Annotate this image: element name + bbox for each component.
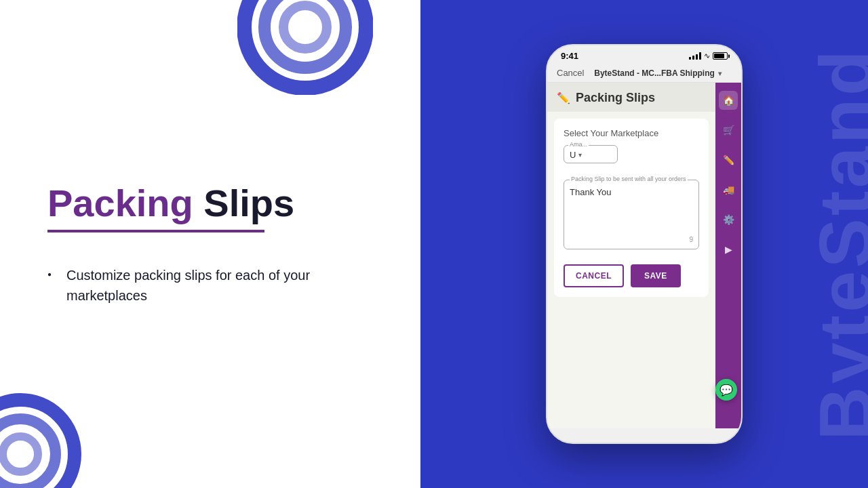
save-button[interactable]: SAVE [631,264,681,287]
page-header: ✏️ Packing Slips [547,83,715,112]
phone-nav-bar: Cancel ByteStand - MC...FBA Shipping ▾ [547,64,741,83]
phone-body: 9:41 ∿ Cancel [546,44,743,444]
char-count: 9 [570,236,693,243]
svg-point-4 [0,419,56,488]
marketplace-select[interactable]: Ama... U ▾ [564,145,618,163]
nav-title: ByteStand - MC...FBA Shipping ▾ [584,68,732,78]
title-block: Packing Slips [47,182,373,251]
svg-point-2 [283,5,327,49]
right-nav: 🏠 🛒 ✏️ 🚚 ⚙️ ▶ [715,83,741,428]
nav-play-icon[interactable]: ▶ [719,240,738,259]
pencil-icon: ✏️ [557,92,570,104]
nav-settings-icon[interactable]: ⚙️ [719,210,738,229]
deco-top [237,0,373,95]
nav-dropdown-arrow[interactable]: ▾ [718,70,722,77]
chat-icon: 💬 [719,384,733,396]
right-panel: ByteStand 9:41 ∿ [420,0,868,488]
status-bar: 9:41 ∿ [547,45,741,64]
phone-mockup: 9:41 ∿ Cancel [546,44,743,444]
marketplace-label: Select Your Marketplace [564,128,699,138]
svg-point-5 [3,436,38,472]
status-time: 9:41 [561,51,578,61]
title-underline [47,230,264,232]
phone-content: ✏️ Packing Slips Select Your Marketplace… [547,83,741,428]
page-header-title: Packing Slips [576,91,655,105]
watermark: ByteStand [802,47,868,441]
main-content-area: ✏️ Packing Slips Select Your Marketplace… [547,83,715,428]
marketplace-value: U ▾ [570,148,612,160]
deco-bottom [0,393,81,488]
chat-button[interactable]: 💬 [715,379,737,401]
nav-cancel-button[interactable]: Cancel [557,68,584,78]
select-arrow-icon: ▾ [578,151,582,159]
packing-slip-textarea[interactable]: Packing Slip to be sent with all your or… [564,180,699,249]
nav-shipping-icon[interactable]: 🚚 [719,180,738,199]
nav-edit-icon[interactable]: ✏️ [719,150,738,169]
battery-icon [713,52,728,60]
marketplace-field-label: Ama... [568,141,589,148]
textarea-content: Thank You [570,186,693,233]
nav-cart-icon[interactable]: 🛒 [719,121,738,140]
status-icons: ∿ [689,52,728,60]
action-buttons: CANCEL SAVE [564,260,699,287]
content-card: Select Your Marketplace Ama... U ▾ Packi… [554,119,709,297]
title-highlight: Packing [47,182,193,224]
left-panel: Packing Slips Customize packing slips fo… [0,0,420,488]
feature-list: Customize packing slips for each of your… [47,265,373,306]
title-normal: Slips [193,182,294,224]
list-item: Customize packing slips for each of your… [47,265,373,306]
nav-home-icon[interactable]: 🏠 [719,91,738,110]
signal-icon [689,52,701,60]
textarea-field-label: Packing Slip to be sent with all your or… [570,176,688,182]
wifi-icon: ∿ [704,52,710,60]
page-title: Packing Slips [47,182,373,224]
cancel-button[interactable]: CANCEL [564,264,624,287]
